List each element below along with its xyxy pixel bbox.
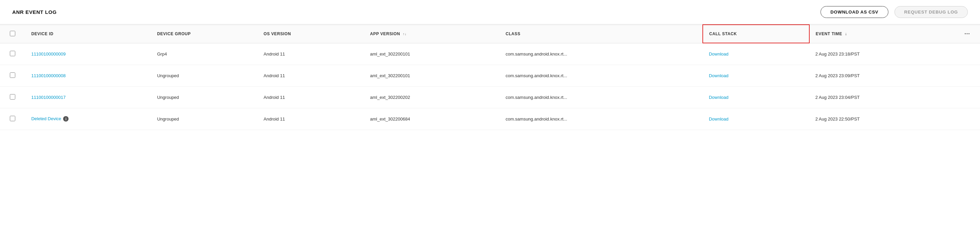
row-more-cell: [955, 65, 980, 86]
header-bar: ANR EVENT LOG DOWNLOAD AS CSV REQUEST DE…: [0, 0, 980, 24]
row-event-time: 2 Aug 2023 22:50/PST: [809, 108, 955, 130]
deleted-device-info-icon[interactable]: i: [63, 116, 68, 122]
col-header-device-id: DEVICE ID: [25, 25, 151, 43]
table-row: Deleted DeviceiUngroupedAndroid 11aml_ex…: [0, 108, 980, 130]
row-call-stack: Download: [703, 65, 809, 86]
row-app-version: aml_ext_302200202: [364, 86, 500, 108]
col-header-checkbox[interactable]: [0, 25, 25, 43]
device-id-link[interactable]: 11100100000008: [31, 73, 65, 78]
row-event-time: 2 Aug 2023 23:09/PST: [809, 65, 955, 86]
table-row: 11100100000017UngroupedAndroid 11aml_ext…: [0, 86, 980, 108]
row-checkbox-cell[interactable]: [0, 86, 25, 108]
row-checkbox[interactable]: [10, 116, 15, 121]
device-id-link[interactable]: 11100100000009: [31, 51, 65, 57]
row-call-stack: Download: [703, 86, 809, 108]
row-checkbox-cell[interactable]: [0, 43, 25, 65]
row-event-time: 2 Aug 2023 23:18/PST: [809, 43, 955, 65]
request-debug-button: REQUEST DEBUG LOG: [894, 6, 968, 18]
page-container: ANR EVENT LOG DOWNLOAD AS CSV REQUEST DE…: [0, 0, 980, 237]
row-class: com.samsung.android.knox.rt...: [500, 65, 703, 86]
row-device-id: Deleted Devicei: [25, 108, 151, 130]
row-device-group: Ungrouped: [151, 65, 258, 86]
row-class: com.samsung.android.knox.rt...: [500, 108, 703, 130]
row-class: com.samsung.android.knox.rt...: [500, 43, 703, 65]
row-checkbox-cell[interactable]: [0, 108, 25, 130]
table-header-row: DEVICE ID DEVICE GROUP OS VERSION APP VE…: [0, 25, 980, 43]
row-app-version: aml_ext_302200101: [364, 43, 500, 65]
row-device-id: 11100100000008: [25, 65, 151, 86]
row-device-id: 11100100000009: [25, 43, 151, 65]
col-header-call-stack: CALL STACK: [703, 25, 809, 43]
row-checkbox[interactable]: [10, 94, 15, 100]
more-options-icon[interactable]: ···: [964, 30, 970, 37]
row-device-group: Ungrouped: [151, 86, 258, 108]
row-class: com.samsung.android.knox.rt...: [500, 86, 703, 108]
row-device-id: 11100100000017: [25, 86, 151, 108]
row-os-version: Android 11: [258, 86, 364, 108]
download-link[interactable]: Download: [709, 95, 729, 100]
row-os-version: Android 11: [258, 65, 364, 86]
col-header-class: CLASS: [500, 25, 703, 43]
sort-both-icon[interactable]: ↑↓: [403, 33, 407, 36]
row-app-version: aml_ext_302200101: [364, 65, 500, 86]
row-event-time: 2 Aug 2023 23:04/PST: [809, 86, 955, 108]
row-device-group: Ungrouped: [151, 108, 258, 130]
col-header-os-version: OS VERSION: [258, 25, 364, 43]
table-row: 11100100000009Grp4Android 11aml_ext_3022…: [0, 43, 980, 65]
col-header-app-version[interactable]: APP VERSION ↑↓: [364, 25, 500, 43]
row-call-stack: Download: [703, 108, 809, 130]
row-app-version: aml_ext_302200684: [364, 108, 500, 130]
row-call-stack: Download: [703, 43, 809, 65]
download-link[interactable]: Download: [709, 51, 729, 57]
select-all-checkbox[interactable]: [10, 31, 15, 36]
anr-event-table: DEVICE ID DEVICE GROUP OS VERSION APP VE…: [0, 24, 980, 130]
row-more-cell: [955, 43, 980, 65]
device-id-link[interactable]: 11100100000017: [31, 95, 65, 100]
device-id-link[interactable]: Deleted Device: [31, 116, 61, 121]
row-device-group: Grp4: [151, 43, 258, 65]
row-checkbox-cell[interactable]: [0, 65, 25, 86]
col-header-event-time[interactable]: EVENT TIME ↓: [809, 25, 955, 43]
sort-desc-icon[interactable]: ↓: [845, 32, 847, 36]
download-link[interactable]: Download: [709, 117, 729, 122]
download-link[interactable]: Download: [709, 73, 729, 78]
page-title: ANR EVENT LOG: [12, 9, 57, 15]
row-checkbox[interactable]: [10, 73, 15, 78]
table-wrapper: DEVICE ID DEVICE GROUP OS VERSION APP VE…: [0, 24, 980, 130]
row-more-cell: [955, 108, 980, 130]
col-header-more[interactable]: ···: [955, 25, 980, 43]
header-actions: DOWNLOAD AS CSV REQUEST DEBUG LOG: [821, 6, 968, 18]
row-os-version: Android 11: [258, 43, 364, 65]
row-checkbox[interactable]: [10, 51, 15, 56]
row-more-cell: [955, 86, 980, 108]
col-header-device-group: DEVICE GROUP: [151, 25, 258, 43]
download-csv-button[interactable]: DOWNLOAD AS CSV: [821, 6, 888, 18]
row-os-version: Android 11: [258, 108, 364, 130]
table-row: 11100100000008UngroupedAndroid 11aml_ext…: [0, 65, 980, 86]
